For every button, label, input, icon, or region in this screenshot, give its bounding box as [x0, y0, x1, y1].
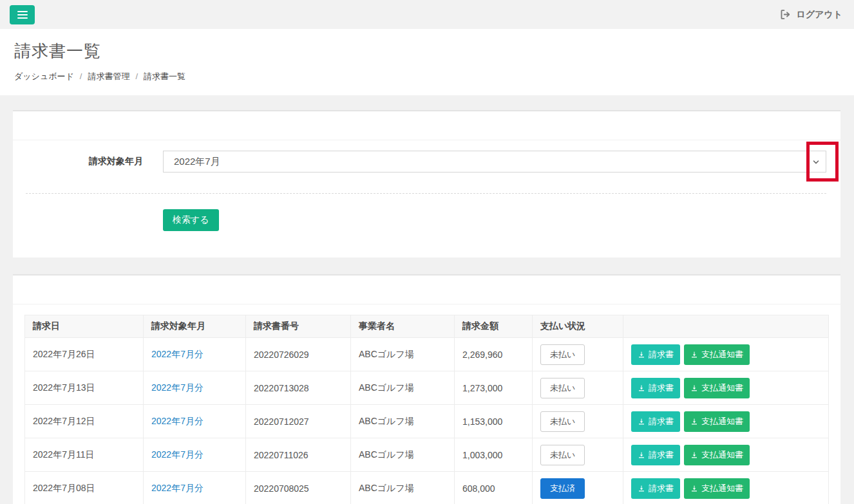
col-header-actions — [623, 315, 829, 338]
status-badge[interactable]: 未払い — [540, 411, 585, 432]
business-name-cell: ABCゴルフ場 — [351, 438, 455, 472]
invoice-number-cell: 20220708025 — [246, 472, 351, 504]
sidebar-toggle-button[interactable] — [10, 5, 35, 24]
status-badge[interactable]: 未払い — [540, 378, 585, 398]
invoice-table: 請求日 請求対象年月 請求書番号 事業者名 請求金額 支払い状況 2022年7月… — [24, 315, 829, 504]
download-payment-notice-button[interactable]: 支払通知書 — [684, 445, 750, 465]
page-header: 請求書一覧 ダッシュボード/請求書管理/請求書一覧 — [0, 29, 854, 95]
download-icon — [690, 351, 698, 359]
invoice-table-card-header — [13, 275, 840, 304]
breadcrumb-separator: / — [80, 71, 82, 81]
download-icon — [690, 485, 698, 492]
download-icon — [638, 384, 645, 392]
hamburger-icon — [17, 14, 28, 15]
status-badge[interactable]: 支払済 — [540, 478, 585, 499]
billing-month-selected-value: 2022年7月 — [174, 156, 220, 168]
status-badge[interactable]: 未払い — [540, 445, 585, 465]
billing-date-cell: 2022年7月08日 — [25, 472, 144, 504]
business-name-cell: ABCゴルフ場 — [351, 472, 455, 504]
amount-cell: 1,003,000 — [455, 438, 533, 472]
download-payment-notice-button[interactable]: 支払通知書 — [684, 378, 750, 398]
download-invoice-button[interactable]: 請求書 — [631, 478, 680, 499]
search-card: 請求対象年月 2022年7月 検索する — [13, 110, 840, 257]
download-invoice-button[interactable]: 請求書 — [631, 411, 680, 432]
billing-date-cell: 2022年7月11日 — [25, 438, 144, 472]
amount-cell: 1,273,000 — [455, 371, 533, 405]
page-title: 請求書一覧 — [14, 40, 840, 62]
invoice-number-cell: 20220711026 — [246, 438, 351, 472]
breadcrumb-invoice-list: 請求書一覧 — [144, 71, 185, 81]
invoice-number-cell: 20220712027 — [246, 405, 351, 438]
search-card-body: 請求対象年月 2022年7月 検索する — [13, 140, 840, 257]
breadcrumb-dashboard[interactable]: ダッシュボード — [14, 71, 74, 81]
breadcrumb: ダッシュボード/請求書管理/請求書一覧 — [14, 71, 840, 82]
table-row: 2022年7月26日 2022年7月分 20220726029 ABCゴルフ場 … — [25, 338, 829, 371]
table-row: 2022年7月08日 2022年7月分 20220708025 ABCゴルフ場 … — [25, 472, 829, 504]
col-header-billing-date: 請求日 — [25, 315, 144, 338]
download-icon — [638, 418, 645, 425]
download-payment-notice-button[interactable]: 支払通知書 — [684, 411, 750, 432]
col-header-invoice-number: 請求書番号 — [246, 315, 351, 338]
billing-date-cell: 2022年7月26日 — [25, 338, 144, 371]
business-name-cell: ABCゴルフ場 — [351, 371, 455, 405]
search-button[interactable]: 検索する — [163, 209, 219, 231]
billing-date-cell: 2022年7月13日 — [25, 371, 144, 405]
business-name-cell: ABCゴルフ場 — [351, 405, 455, 438]
col-header-target-month: 請求対象年月 — [144, 315, 246, 338]
download-icon — [690, 384, 698, 392]
col-header-payment-status: 支払い状況 — [533, 315, 623, 338]
download-invoice-button[interactable]: 請求書 — [631, 445, 680, 465]
billing-month-select-wrap: 2022年7月 — [163, 151, 826, 173]
hamburger-icon — [17, 17, 28, 19]
business-name-cell: ABCゴルフ場 — [351, 338, 455, 371]
amount-cell: 2,269,960 — [455, 338, 533, 371]
status-badge[interactable]: 未払い — [540, 344, 585, 365]
target-month-link[interactable]: 2022年7月分 — [151, 382, 204, 393]
table-row: 2022年7月13日 2022年7月分 20220713028 ABCゴルフ場 … — [25, 371, 829, 405]
download-icon — [638, 351, 645, 359]
amount-cell: 1,153,000 — [455, 405, 533, 438]
table-row: 2022年7月12日 2022年7月分 20220712027 ABCゴルフ場 … — [25, 405, 829, 438]
amount-cell: 608,000 — [455, 472, 533, 504]
col-header-amount: 請求金額 — [455, 315, 533, 338]
invoice-table-card-body: 請求日 請求対象年月 請求書番号 事業者名 請求金額 支払い状況 2022年7月… — [13, 304, 840, 504]
target-month-link[interactable]: 2022年7月分 — [151, 449, 204, 460]
billing-month-form-row: 請求対象年月 2022年7月 — [26, 151, 826, 173]
form-divider — [26, 193, 826, 194]
download-icon — [690, 418, 698, 425]
breadcrumb-invoice-management[interactable]: 請求書管理 — [88, 71, 129, 81]
target-month-link[interactable]: 2022年7月分 — [151, 349, 204, 359]
topbar: ログアウト — [0, 0, 854, 29]
billing-date-cell: 2022年7月12日 — [25, 405, 144, 438]
invoice-number-cell: 20220726029 — [246, 338, 351, 371]
logout-link[interactable]: ログアウト — [780, 9, 842, 21]
download-icon — [638, 451, 645, 459]
billing-month-select[interactable]: 2022年7月 — [163, 151, 826, 173]
search-card-header — [13, 111, 840, 140]
search-card-footer: 検索する — [163, 209, 826, 231]
hamburger-icon — [17, 11, 28, 12]
sign-out-icon — [780, 9, 791, 20]
download-payment-notice-button[interactable]: 支払通知書 — [684, 478, 750, 499]
download-invoice-button[interactable]: 請求書 — [631, 378, 680, 398]
invoice-table-card: 請求日 請求対象年月 請求書番号 事業者名 請求金額 支払い状況 2022年7月… — [13, 274, 840, 504]
download-icon — [690, 451, 698, 459]
invoice-number-cell: 20220713028 — [246, 371, 351, 405]
table-row: 2022年7月11日 2022年7月分 20220711026 ABCゴルフ場 … — [25, 438, 829, 472]
download-icon — [638, 485, 645, 492]
breadcrumb-separator: / — [135, 71, 138, 81]
col-header-business-name: 事業者名 — [351, 315, 455, 338]
table-header-row: 請求日 請求対象年月 請求書番号 事業者名 請求金額 支払い状況 — [25, 315, 829, 338]
logout-label: ログアウト — [796, 9, 842, 21]
main-content: 請求対象年月 2022年7月 検索する — [0, 95, 854, 504]
download-invoice-button[interactable]: 請求書 — [631, 344, 680, 365]
target-month-link[interactable]: 2022年7月分 — [151, 483, 204, 493]
billing-month-label: 請求対象年月 — [26, 156, 143, 167]
chevron-down-icon[interactable] — [812, 158, 820, 166]
target-month-link[interactable]: 2022年7月分 — [151, 416, 204, 426]
download-payment-notice-button[interactable]: 支払通知書 — [684, 344, 750, 365]
